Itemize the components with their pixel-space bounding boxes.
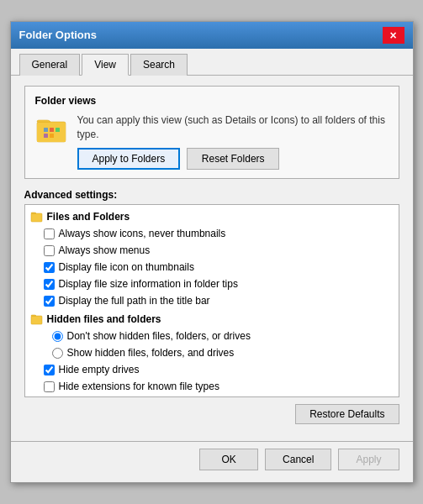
category-files-and-folders: Files and Folders xyxy=(25,208,399,225)
tab-bar: General View Search xyxy=(11,49,413,76)
settings-list-container[interactable]: Files and Folders Always show icons, nev… xyxy=(24,204,399,397)
hide-empty-label: Hide empty drives xyxy=(59,362,140,377)
hide-extensions-checkbox[interactable] xyxy=(44,381,55,392)
settings-always-menus: Always show menus xyxy=(25,242,399,259)
display-full-path-label: Display the full path in the title bar xyxy=(59,293,210,308)
dialog-title: Folder Options xyxy=(19,29,97,41)
tab-general[interactable]: General xyxy=(19,54,81,76)
folder-options-dialog: Folder Options × General View Search Fol… xyxy=(10,21,414,484)
svg-rect-1 xyxy=(37,123,66,142)
reset-folders-button[interactable]: Reset Folders xyxy=(187,148,279,170)
apply-to-folders-button[interactable]: Apply to Folders xyxy=(77,148,181,170)
settings-hide-empty: Hide empty drives xyxy=(25,361,399,378)
svg-rect-2 xyxy=(44,128,48,132)
settings-dont-show-hidden: Don't show hidden files, folders, or dri… xyxy=(25,328,399,344)
category-hidden-files: Hidden files and folders xyxy=(25,311,399,328)
settings-hide-merge: Hide folder merge conflicts xyxy=(25,395,399,397)
settings-display-full-path: Display the full path in the title bar xyxy=(25,292,399,309)
advanced-settings-label: Advanced settings: xyxy=(24,189,399,201)
close-button[interactable]: × xyxy=(383,27,404,44)
main-content: Folder views xyxy=(11,76,413,435)
folder-views-section: Folder views xyxy=(24,86,399,180)
folder-icon xyxy=(35,115,69,145)
display-full-path-checkbox[interactable] xyxy=(44,296,55,307)
folder-views-title: Folder views xyxy=(35,95,389,107)
tab-view[interactable]: View xyxy=(82,54,129,76)
restore-defaults-button[interactable]: Restore Defaults xyxy=(295,404,399,424)
settings-display-icon-thumbs: Display file icon on thumbnails xyxy=(25,259,399,276)
bottom-buttons: OK Cancel Apply xyxy=(11,441,413,482)
folder-views-inner: You can apply this view (such as Details… xyxy=(35,113,389,171)
title-bar: Folder Options × xyxy=(11,22,413,49)
svg-rect-7 xyxy=(31,213,42,222)
svg-rect-8 xyxy=(31,316,42,324)
display-size-info-label: Display file size information in folder … xyxy=(59,276,238,291)
settings-display-size-info: Display file size information in folder … xyxy=(25,276,399,292)
hide-merge-label: Hide folder merge conflicts xyxy=(59,396,178,397)
folder-category-icon xyxy=(30,210,44,223)
tab-search[interactable]: Search xyxy=(130,54,188,76)
svg-rect-4 xyxy=(56,128,60,132)
show-hidden-label: Show hidden files, folders, and drives xyxy=(67,345,235,360)
display-icon-thumbs-label: Display file icon on thumbnails xyxy=(59,260,194,275)
display-size-info-checkbox[interactable] xyxy=(44,279,55,290)
always-menus-checkbox[interactable] xyxy=(44,245,55,256)
always-icons-checkbox[interactable] xyxy=(44,228,55,239)
advanced-settings-section: Advanced settings: Files and Folders Alw… xyxy=(24,189,399,424)
show-hidden-radio[interactable] xyxy=(52,348,63,359)
settings-hide-extensions: Hide extensions for known file types xyxy=(25,378,399,395)
folder-views-description: You can apply this view (such as Details… xyxy=(77,113,389,142)
settings-always-icons: Always show icons, never thumbnails xyxy=(25,225,399,242)
restore-defaults-row: Restore Defaults xyxy=(24,404,399,424)
svg-rect-5 xyxy=(44,134,48,138)
cancel-button[interactable]: Cancel xyxy=(265,449,331,470)
always-icons-label: Always show icons, never thumbnails xyxy=(59,226,226,241)
dont-show-hidden-radio[interactable] xyxy=(52,331,63,342)
display-icon-thumbs-checkbox[interactable] xyxy=(44,262,55,273)
svg-rect-6 xyxy=(50,134,54,138)
apply-button[interactable]: Apply xyxy=(338,449,399,470)
svg-rect-3 xyxy=(50,128,54,132)
ok-button[interactable]: OK xyxy=(199,449,258,470)
folder-views-info: You can apply this view (such as Details… xyxy=(77,113,389,171)
hidden-category-icon xyxy=(30,312,44,326)
hide-empty-checkbox[interactable] xyxy=(44,365,55,375)
hide-extensions-label: Hide extensions for known file types xyxy=(59,379,219,394)
always-menus-label: Always show menus xyxy=(59,243,151,258)
settings-show-hidden: Show hidden files, folders, and drives xyxy=(25,344,399,361)
settings-list: Files and Folders Always show icons, nev… xyxy=(25,205,399,397)
dont-show-hidden-label: Don't show hidden files, folders, or dri… xyxy=(67,328,251,344)
folder-views-buttons: Apply to Folders Reset Folders xyxy=(77,148,389,170)
